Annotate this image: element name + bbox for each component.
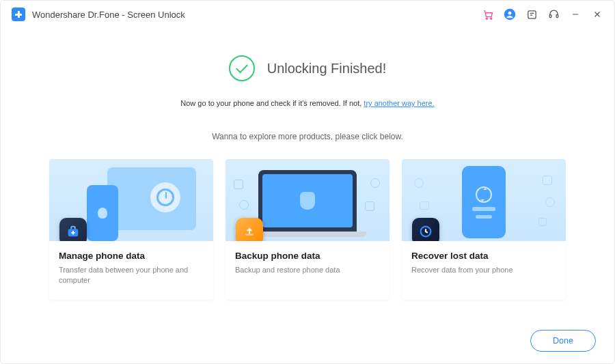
card-backup-phone-data[interactable]: Backup phone data Backup and restore pho…	[226, 159, 390, 300]
cart-icon[interactable]	[482, 8, 494, 20]
success-check-icon	[229, 55, 255, 81]
card-body: Recover lost data Recover data from your…	[402, 241, 566, 289]
card-recover-lost-data[interactable]: Recover lost data Recover data from your…	[402, 159, 566, 300]
titlebar: Wondershare Dr.Fone - Screen Unlock	[1, 1, 614, 28]
card-title: Recover lost data	[411, 251, 556, 261]
done-button[interactable]: Done	[530, 330, 596, 352]
result-block: Unlocking Finished! Now go to your phone…	[1, 55, 614, 141]
svg-rect-6	[556, 14, 558, 17]
title-left: Wondershare Dr.Fone - Screen Unlock	[12, 8, 185, 21]
card-desc: Recover data from your phone	[411, 265, 556, 275]
close-icon[interactable]	[591, 8, 603, 20]
medkit-icon	[59, 218, 87, 241]
minimize-icon[interactable]	[569, 8, 582, 20]
card-title: Manage phone data	[59, 251, 204, 261]
clock-restore-icon	[412, 218, 439, 241]
card-desc: Backup and restore phone data	[235, 265, 380, 275]
svg-rect-5	[549, 14, 551, 17]
upload-icon	[236, 218, 263, 241]
card-desc: Transfer data between your phone and com…	[59, 265, 204, 286]
user-icon[interactable]	[504, 8, 516, 20]
footer: Done	[530, 330, 596, 352]
app-logo-icon	[12, 8, 25, 21]
app-title: Wondershare Dr.Fone - Screen Unlock	[32, 10, 185, 20]
result-heading: Unlocking Finished!	[267, 61, 387, 76]
result-subline-text: Now go to your phone and check if it's r…	[180, 99, 364, 107]
card-art	[402, 159, 566, 241]
support-icon[interactable]	[547, 8, 560, 20]
result-subline: Now go to your phone and check if it's r…	[1, 99, 614, 107]
card-manage-phone-data[interactable]: Manage phone data Transfer data between …	[49, 159, 213, 300]
svg-rect-8	[245, 234, 254, 236]
product-cards: Manage phone data Transfer data between …	[1, 159, 614, 300]
card-body: Backup phone data Backup and restore pho…	[226, 241, 390, 289]
card-title: Backup phone data	[235, 251, 380, 261]
card-body: Manage phone data Transfer data between …	[49, 241, 213, 300]
card-art	[226, 159, 390, 241]
svg-rect-4	[528, 10, 535, 18]
result-heading-row: Unlocking Finished!	[1, 55, 614, 81]
svg-point-1	[490, 18, 491, 19]
card-art	[49, 159, 213, 241]
try-another-way-link[interactable]: try another way here.	[364, 99, 434, 107]
feedback-icon[interactable]	[525, 8, 538, 20]
explore-prompt: Wanna to explore more products, please c…	[1, 132, 614, 141]
svg-point-0	[486, 18, 487, 19]
title-right	[482, 8, 603, 20]
svg-point-3	[508, 12, 512, 15]
